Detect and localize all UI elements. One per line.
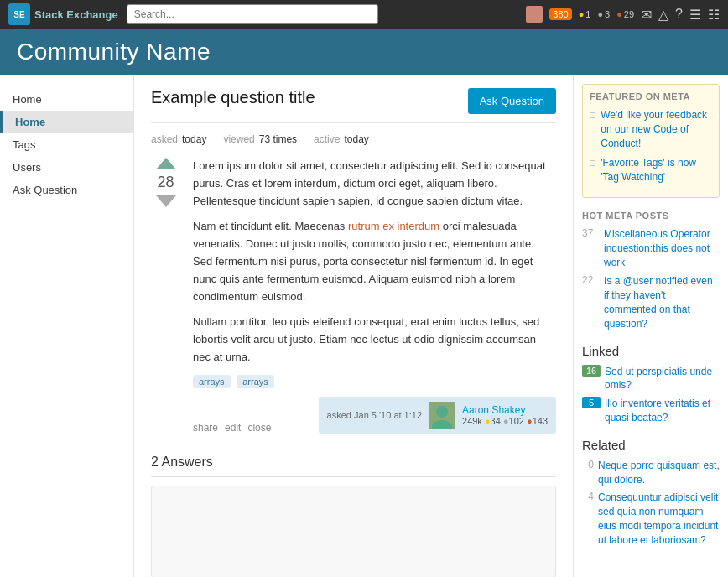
help-icon[interactable]: ? bbox=[675, 7, 683, 22]
related-link-2[interactable]: Consequuntur adipisci velit sed quia non… bbox=[598, 491, 720, 547]
vote-count: 28 bbox=[157, 174, 174, 191]
header: SE Stack Exchange 380 ● 1 ● 3 ● 29 ✉ △ ?… bbox=[0, 0, 728, 29]
hot-meta-link-1[interactable]: Miscellaneous Operator inquestion:this d… bbox=[604, 227, 720, 269]
silver-badge: ● 3 bbox=[597, 9, 610, 19]
upvote-button[interactable] bbox=[156, 158, 176, 169]
hot-meta-item-1: 37 Miscellaneous Operator inquestion:thi… bbox=[582, 227, 720, 269]
sidebar-item-home-top[interactable]: Home bbox=[0, 88, 133, 111]
avatar bbox=[526, 6, 543, 23]
author-silver-icon: ● bbox=[503, 416, 509, 426]
author-info: Aaron Shakey 249k ●34 ●102 ●143 bbox=[462, 404, 548, 426]
meta-viewed-label: viewed bbox=[223, 133, 254, 145]
answers-section: 2 Answers bbox=[151, 455, 556, 577]
linked-badge-2: 5 bbox=[582, 397, 601, 408]
gold-dot-icon: ● bbox=[579, 9, 585, 19]
hot-meta-link-2[interactable]: Is a @user notified even if they haven't… bbox=[604, 274, 720, 330]
featured-icon-1: □ bbox=[590, 109, 595, 121]
linked-box: Linked 16 Sed ut perspiciatis unde omis?… bbox=[582, 344, 720, 425]
inbox-icon[interactable]: ✉ bbox=[641, 7, 652, 23]
main-wrapper: Home Home Tags Users Ask Question Exampl… bbox=[0, 75, 728, 577]
related-box: Related 0 Neque porro quisquam est, qui … bbox=[582, 438, 720, 548]
meta-viewed: viewed 73 times bbox=[223, 133, 297, 145]
sidebar-left: Home Home Tags Users Ask Question bbox=[0, 75, 134, 577]
question-meta: asked today viewed 73 times active today bbox=[151, 133, 556, 145]
related-link-1[interactable]: Neque porro quisquam est, qui dolore. bbox=[598, 459, 720, 487]
question-header: Example question title Ask Question bbox=[151, 88, 556, 123]
post-paragraph-1: Lorem ipsum dolor sit amet, consectetur … bbox=[193, 158, 556, 210]
sidebar-item-home-active[interactable]: Home bbox=[0, 111, 133, 133]
stackexchange-logo-icon: SE bbox=[8, 3, 30, 25]
linked-link-2[interactable]: Illo inventore veritatis et quasi beatae… bbox=[605, 397, 720, 425]
featured-item-1: □ We'd like your feedback on our new Cod… bbox=[590, 108, 712, 150]
logo-text: Stack Exchange bbox=[34, 8, 118, 21]
answers-count: 2 Answers bbox=[151, 455, 556, 477]
post-actions: share edit close asked Jan 5 '10 at 1:12… bbox=[193, 397, 556, 434]
share-link[interactable]: share bbox=[193, 422, 218, 434]
ask-question-button[interactable]: Ask Question bbox=[468, 88, 556, 114]
related-item-2: 4 Consequuntur adipisci velit sed quia n… bbox=[582, 491, 720, 547]
related-title: Related bbox=[582, 438, 720, 452]
content-area: Example question title Ask Question aske… bbox=[134, 75, 573, 577]
post-divider bbox=[151, 444, 556, 444]
meta-asked-label: asked bbox=[151, 133, 178, 145]
post-paragraph-3: Nullam porttitor, leo quis eleifend cons… bbox=[193, 314, 556, 366]
author-card: asked Jan 5 '10 at 1:12 Aaron Shakey 249… bbox=[319, 397, 556, 434]
header-right: 380 ● 1 ● 3 ● 29 ✉ △ ? ☰ ☷ bbox=[526, 6, 720, 23]
bronze-dot-icon: ● bbox=[616, 9, 622, 19]
linked-item-1: 16 Sed ut perspiciatis unde omis? bbox=[582, 365, 720, 393]
tags-area: arrays arrays bbox=[193, 375, 556, 388]
linked-badge-1: 16 bbox=[582, 365, 601, 377]
author-name[interactable]: Aaron Shakey bbox=[462, 404, 548, 416]
site-switcher-icon[interactable]: ☷ bbox=[708, 7, 720, 23]
search-input[interactable] bbox=[127, 4, 378, 24]
action-links: share edit close bbox=[193, 422, 271, 434]
hot-meta-title: HOT META POSTS bbox=[582, 211, 720, 221]
bronze-badge: ● 29 bbox=[616, 9, 634, 19]
linked-item-2: 5 Illo inventore veritatis et quasi beat… bbox=[582, 397, 720, 425]
meta-active-value: today bbox=[344, 133, 368, 145]
tag-chip-2[interactable]: arrays bbox=[237, 375, 274, 388]
featured-link-1[interactable]: We'd like your feedback on our new Code … bbox=[601, 108, 712, 150]
featured-meta-title: FEATURED ON META bbox=[590, 91, 712, 101]
silver-dot-icon: ● bbox=[597, 9, 603, 19]
post-content: Lorem ipsum dolor sit amet, consectetur … bbox=[193, 158, 556, 434]
post-paragraph-2: Nam et tincidunt elit. Maecenas rutrum e… bbox=[193, 218, 556, 305]
sidebar-item-ask-question[interactable]: Ask Question bbox=[0, 179, 133, 201]
edit-link[interactable]: edit bbox=[225, 422, 241, 434]
sidebar-right: FEATURED ON META □ We'd like your feedba… bbox=[573, 75, 728, 577]
tag-chip-1[interactable]: arrays bbox=[193, 375, 231, 388]
sidebar-item-tags[interactable]: Tags bbox=[0, 133, 133, 156]
featured-meta-box: FEATURED ON META □ We'd like your feedba… bbox=[582, 84, 720, 198]
logo-area[interactable]: SE Stack Exchange bbox=[8, 3, 118, 25]
reputation-badge: 380 bbox=[549, 8, 571, 20]
gold-badge: ● 1 bbox=[579, 9, 591, 19]
search-bar bbox=[127, 4, 378, 24]
svg-point-1 bbox=[436, 406, 448, 418]
meta-active: active today bbox=[314, 133, 369, 145]
answer-placeholder bbox=[151, 486, 556, 577]
post-p2-link[interactable]: rutrum ex interdum bbox=[348, 220, 439, 232]
asked-time-label: asked Jan 5 '10 at 1:12 bbox=[327, 410, 422, 420]
related-num-1: 0 bbox=[582, 459, 594, 470]
community-title: Community Name bbox=[17, 39, 711, 65]
review-icon[interactable]: ☰ bbox=[689, 7, 701, 23]
meta-viewed-value: 73 times bbox=[259, 133, 297, 145]
close-link[interactable]: close bbox=[247, 422, 271, 434]
hot-meta-item-2: 22 Is a @user notified even if they have… bbox=[582, 274, 720, 330]
downvote-button[interactable] bbox=[156, 195, 176, 207]
author-bronze-icon: ● bbox=[527, 416, 533, 426]
related-num-2: 4 bbox=[582, 491, 594, 502]
featured-link-2[interactable]: 'Favorite Tags' is now 'Tag Watching' bbox=[601, 156, 712, 185]
question-body: 28 Lorem ipsum dolor sit amet, consectet… bbox=[151, 158, 556, 434]
sidebar-item-users[interactable]: Users bbox=[0, 156, 133, 179]
linked-title: Linked bbox=[582, 344, 720, 358]
featured-item-2: □ 'Favorite Tags' is now 'Tag Watching' bbox=[590, 156, 712, 185]
author-gold-icon: ● bbox=[485, 416, 491, 426]
meta-asked-value: today bbox=[182, 133, 206, 145]
achievements-icon[interactable]: △ bbox=[658, 7, 668, 23]
featured-icon-2: □ bbox=[590, 157, 595, 169]
author-rep: 249k ●34 ●102 ●143 bbox=[462, 416, 548, 426]
linked-link-1[interactable]: Sed ut perspiciatis unde omis? bbox=[605, 365, 720, 393]
community-bar: Community Name bbox=[0, 29, 728, 75]
vote-area: 28 bbox=[151, 158, 180, 434]
